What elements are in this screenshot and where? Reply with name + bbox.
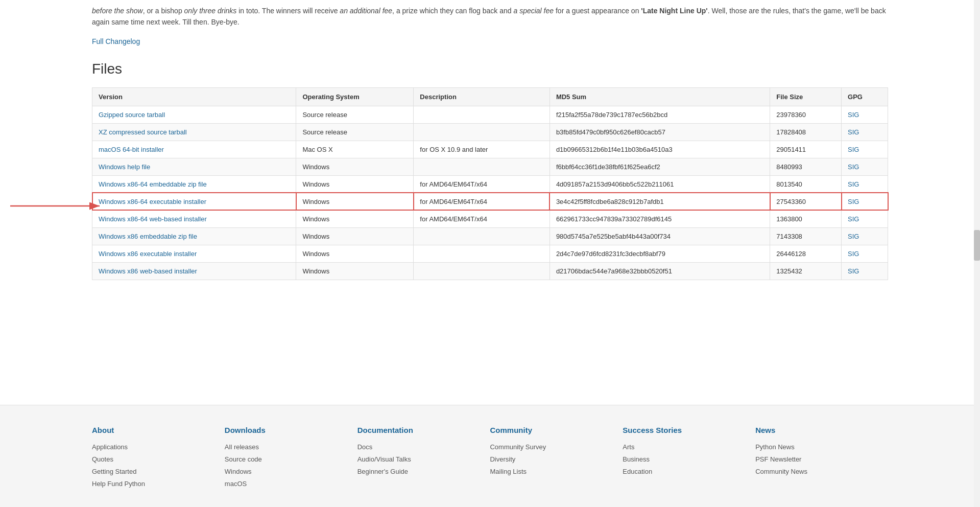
version-link[interactable]: Windows x86-64 executable installer	[99, 198, 206, 205]
cell-gpg: SIG	[842, 106, 888, 123]
cell-version: Windows x86-64 executable installer	[92, 193, 296, 210]
table-row: Windows x86 embeddable zip fileWindows98…	[92, 227, 888, 245]
list-item: Education	[623, 467, 755, 475]
list-item: Business	[623, 455, 755, 463]
sig-link[interactable]: SIG	[848, 198, 859, 205]
footer-link[interactable]: Education	[623, 468, 652, 475]
footer-link[interactable]: Source code	[225, 455, 262, 463]
full-changelog-link[interactable]: Full Changelog	[92, 37, 140, 45]
cell-filesize: 8480993	[770, 158, 842, 175]
cell-version: Windows x86 executable installer	[92, 245, 296, 262]
version-link[interactable]: Windows help file	[99, 163, 150, 171]
table-row: Gzipped source tarballSource releasef215…	[92, 106, 888, 123]
footer-link[interactable]: Getting Started	[92, 468, 136, 475]
cell-version: Windows x86 embeddable zip file	[92, 227, 296, 245]
cell-description	[414, 158, 550, 175]
intro-paragraph: before the show, or a bishop only three …	[92, 0, 888, 32]
list-item: Arts	[623, 443, 755, 451]
col-header-gpg: GPG	[842, 87, 888, 106]
footer-link[interactable]: Diversity	[490, 455, 515, 463]
files-table: Version Operating System Description MD5…	[92, 87, 888, 280]
footer-link[interactable]: Windows	[225, 468, 252, 475]
cell-description: for OS X 10.9 and later	[414, 141, 550, 158]
list-item: Docs	[357, 443, 490, 451]
footer-link[interactable]: All releases	[225, 443, 259, 451]
list-item: Audio/Visual Talks	[357, 455, 490, 463]
list-item: Community News	[755, 467, 888, 475]
footer-col-heading: Community	[490, 426, 623, 434]
footer-link[interactable]: Docs	[357, 443, 373, 451]
footer-link[interactable]: Help Fund Python	[92, 480, 145, 488]
version-link[interactable]: Windows x86-64 embeddable zip file	[99, 180, 207, 188]
sig-link[interactable]: SIG	[848, 163, 859, 171]
list-item: Windows	[225, 467, 357, 475]
cell-os: Source release	[296, 123, 414, 141]
footer-link[interactable]: Audio/Visual Talks	[357, 455, 411, 463]
cell-filesize: 17828408	[770, 123, 842, 141]
footer-col: NewsPython NewsPSF NewsletterCommunity N…	[755, 426, 888, 492]
cell-description	[414, 123, 550, 141]
version-link[interactable]: macOS 64-bit installer	[99, 146, 164, 153]
sig-link[interactable]: SIG	[848, 111, 859, 119]
footer-link[interactable]: Arts	[623, 443, 634, 451]
footer-link[interactable]: Python News	[755, 443, 795, 451]
version-link[interactable]: Windows x86-64 web-based installer	[99, 215, 207, 223]
col-header-os: Operating System	[296, 87, 414, 106]
footer-link[interactable]: Beginner's Guide	[357, 468, 408, 475]
footer-col: CommunityCommunity SurveyDiversityMailin…	[490, 426, 623, 492]
col-header-md5: MD5 Sum	[549, 87, 770, 106]
list-item: Applications	[92, 443, 225, 451]
footer-link[interactable]: Community News	[755, 468, 807, 475]
list-item: Mailing Lists	[490, 467, 623, 475]
version-link[interactable]: Windows x86 web-based installer	[99, 267, 197, 275]
list-item: Community Survey	[490, 443, 623, 451]
list-item: macOS	[225, 479, 357, 488]
cell-description: for AMD64/EM64T/x64	[414, 193, 550, 210]
sig-link[interactable]: SIG	[848, 267, 859, 275]
cell-gpg: SIG	[842, 123, 888, 141]
footer-col-list: All releasesSource codeWindowsmacOS	[225, 443, 357, 488]
main-content: before the show, or a bishop only three …	[0, 0, 980, 405]
cell-filesize: 26446128	[770, 245, 842, 262]
footer-link[interactable]: macOS	[225, 480, 247, 488]
version-link[interactable]: Windows x86 executable installer	[99, 250, 197, 258]
table-row: macOS 64-bit installerMac OS Xfor OS X 1…	[92, 141, 888, 158]
footer-link[interactable]: Mailing Lists	[490, 468, 527, 475]
cell-md5: b3fb85fd479c0bf950c626ef80cacb57	[549, 123, 770, 141]
scrollbar-thumb[interactable]	[974, 230, 980, 261]
footer-link[interactable]: Applications	[92, 443, 128, 451]
version-link[interactable]: XZ compressed source tarball	[99, 128, 187, 136]
list-item: PSF Newsletter	[755, 455, 888, 463]
footer-link[interactable]: Business	[623, 455, 650, 463]
footer-col-list: DocsAudio/Visual TalksBeginner's Guide	[357, 443, 490, 475]
sig-link[interactable]: SIG	[848, 233, 859, 240]
cell-filesize: 7143308	[770, 227, 842, 245]
version-link[interactable]: Gzipped source tarball	[99, 111, 165, 119]
cell-filesize: 23978360	[770, 106, 842, 123]
intro-text2: in toto. The winners will receive	[236, 7, 340, 15]
col-header-filesize: File Size	[770, 87, 842, 106]
cell-md5: 4d091857a2153d9406bb5c522b211061	[549, 175, 770, 193]
version-link[interactable]: Windows x86 embeddable zip file	[99, 233, 197, 240]
cell-description	[414, 106, 550, 123]
footer-link[interactable]: Community Survey	[490, 443, 546, 451]
cell-gpg: SIG	[842, 158, 888, 175]
sig-link[interactable]: SIG	[848, 146, 859, 153]
sig-link[interactable]: SIG	[848, 250, 859, 258]
cell-gpg: SIG	[842, 245, 888, 262]
list-item: Source code	[225, 455, 357, 463]
intro-text4: for a guest appearance on	[554, 7, 641, 15]
cell-md5: d1b09665312b6b1f4e11b03b6a4510a3	[549, 141, 770, 158]
list-item: Help Fund Python	[92, 479, 225, 488]
sig-link[interactable]: SIG	[848, 180, 859, 188]
cell-os: Windows	[296, 158, 414, 175]
scrollbar-track[interactable]	[974, 0, 980, 507]
footer-link[interactable]: PSF Newsletter	[755, 455, 801, 463]
sig-link[interactable]: SIG	[848, 215, 859, 223]
footer-col: DocumentationDocsAudio/Visual TalksBegin…	[357, 426, 490, 492]
cell-os: Source release	[296, 106, 414, 123]
cell-gpg: SIG	[842, 175, 888, 193]
cell-version: Windows x86-64 web-based installer	[92, 210, 296, 227]
sig-link[interactable]: SIG	[848, 128, 859, 136]
footer-link[interactable]: Quotes	[92, 455, 113, 463]
